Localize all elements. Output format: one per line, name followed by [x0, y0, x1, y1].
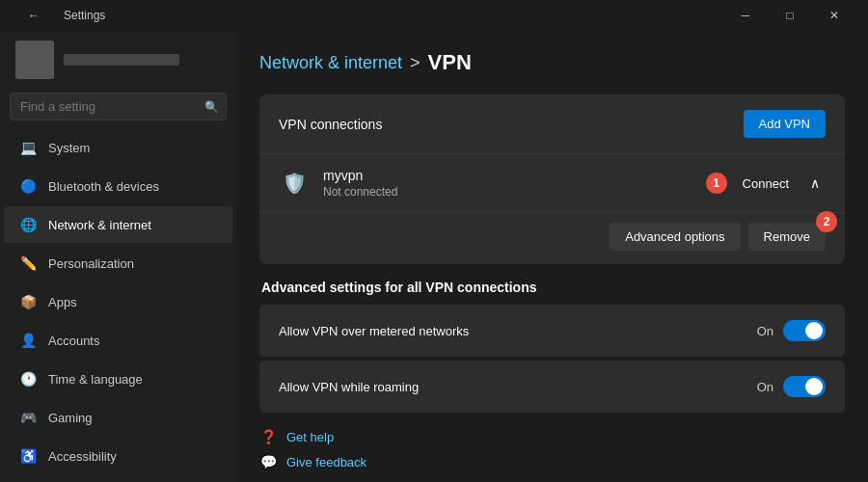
roaming-status: On [757, 380, 773, 394]
vpn-name: myvpn [323, 168, 397, 183]
titlebar: ← Settings ─ □ ✕ [0, 0, 868, 31]
connect-button[interactable]: Connect [735, 173, 797, 195]
metered-networks-status: On [757, 324, 773, 338]
get-help-label: Get help [286, 430, 334, 444]
annotation-badge-2: 2 [816, 211, 837, 232]
search-input[interactable] [10, 93, 227, 120]
sidebar-item-label: Gaming [48, 411, 93, 425]
sidebar-item-privacy[interactable]: 🔒 Privacy & security [4, 476, 232, 482]
minimize-button[interactable]: ─ [723, 0, 768, 31]
avatar [15, 40, 54, 79]
sidebar-item-label: Time & language [48, 372, 143, 387]
accessibility-icon: ♿ [19, 447, 37, 465]
titlebar-left: ← Settings [12, 0, 105, 31]
gaming-icon: 🎮 [19, 409, 37, 426]
vpn-connections-card: VPN connections Add VPN 🛡️ myvpn Not con… [259, 94, 845, 264]
setting-row-roaming: Allow VPN while roaming On [259, 361, 845, 413]
titlebar-title: Settings [64, 9, 105, 22]
breadcrumb-current: VPN [428, 50, 472, 75]
give-feedback-label: Give feedback [286, 455, 366, 469]
sidebar-item-time[interactable]: 🕐 Time & language [4, 361, 232, 397]
sidebar-item-apps[interactable]: 📦 Apps [4, 283, 232, 320]
search-icon: 🔍 [204, 100, 219, 114]
search-bar[interactable]: 🔍 [10, 93, 227, 120]
sidebar-item-label: Accounts [48, 334, 99, 348]
vpn-entry-right: 1 Connect ∧ [706, 172, 826, 195]
setting-row-metered: Allow VPN over metered networks On [259, 305, 845, 357]
vpn-connection-status: Not connected [323, 185, 397, 199]
give-feedback-link[interactable]: 💬 Give feedback [259, 453, 845, 470]
sidebar-item-accounts[interactable]: 👤 Accounts [4, 322, 232, 359]
sidebar-item-system[interactable]: 💻 System [4, 129, 232, 166]
give-feedback-icon: 💬 [259, 453, 277, 470]
breadcrumb-parent[interactable]: Network & internet [259, 53, 402, 73]
network-icon: 🌐 [19, 216, 37, 233]
advanced-settings-title: Advanced settings for all VPN connection… [259, 280, 845, 295]
titlebar-controls: ─ □ ✕ [723, 0, 856, 31]
maximize-button[interactable]: □ [768, 0, 812, 31]
get-help-link[interactable]: ❓ Get help [259, 428, 845, 445]
bluetooth-icon: 🔵 [19, 177, 37, 195]
metered-networks-control: On [757, 320, 826, 341]
breadcrumb: Network & internet > VPN [259, 50, 845, 75]
metered-networks-label: Allow VPN over metered networks [279, 324, 469, 338]
sidebar-item-label: Apps [48, 295, 77, 309]
sidebar-item-label: Personalization [48, 256, 134, 271]
personalization-icon: ✏️ [19, 254, 37, 272]
remove-button[interactable]: Remove [748, 223, 826, 251]
footer-links: ❓ Get help 💬 Give feedback [259, 428, 845, 470]
vpn-entry-row: 🛡️ myvpn Not connected 1 Connect ∧ [279, 168, 826, 199]
sidebar-item-gaming[interactable]: 🎮 Gaming [4, 399, 232, 436]
avatar-placeholder [64, 54, 179, 66]
sidebar-item-network[interactable]: 🌐 Network & internet [4, 206, 232, 243]
get-help-icon: ❓ [259, 428, 277, 445]
metered-networks-toggle[interactable] [783, 320, 826, 341]
advanced-options-button[interactable]: Advanced options [610, 223, 740, 251]
roaming-toggle[interactable] [783, 376, 826, 397]
system-icon: 💻 [19, 139, 37, 156]
user-avatar-section [0, 31, 236, 89]
sidebar-item-accessibility[interactable]: ♿ Accessibility [4, 438, 232, 474]
sidebar-item-bluetooth[interactable]: 🔵 Bluetooth & devices [4, 168, 232, 204]
vpn-entry-left: 🛡️ myvpn Not connected [279, 168, 397, 199]
breadcrumb-separator: > [410, 53, 420, 73]
sidebar-item-label: Accessibility [48, 449, 117, 464]
sidebar-item-label: System [48, 141, 90, 155]
vpn-entry: 🛡️ myvpn Not connected 1 Connect ∧ [259, 153, 845, 212]
apps-icon: 📦 [19, 293, 37, 310]
sidebar-item-label: Network & internet [48, 218, 151, 232]
sidebar: 🔍 💻 System 🔵 Bluetooth & devices 🌐 Netwo… [0, 31, 236, 482]
sidebar-item-personalization[interactable]: ✏️ Personalization [4, 245, 232, 281]
main-layout: 🔍 💻 System 🔵 Bluetooth & devices 🌐 Netwo… [0, 31, 868, 482]
vpn-actions-row: Advanced options Remove 2 [259, 212, 845, 264]
vpn-expand-button[interactable]: ∧ [804, 172, 826, 195]
vpn-shield-icon: 🛡️ [279, 168, 310, 199]
sidebar-item-label: Bluetooth & devices [48, 179, 159, 194]
roaming-label: Allow VPN while roaming [279, 380, 419, 394]
back-button[interactable]: ← [12, 0, 56, 31]
accounts-icon: 👤 [19, 332, 37, 349]
content-area: Network & internet > VPN VPN connections… [236, 31, 868, 482]
time-icon: 🕐 [19, 370, 37, 388]
annotation-badge-1: 1 [706, 173, 727, 194]
vpn-connections-title: VPN connections [279, 117, 382, 132]
close-button[interactable]: ✕ [812, 0, 856, 31]
vpn-card-header: VPN connections Add VPN [259, 94, 845, 153]
vpn-info: myvpn Not connected [323, 168, 397, 199]
roaming-control: On [757, 376, 826, 397]
add-vpn-button[interactable]: Add VPN [744, 110, 826, 138]
